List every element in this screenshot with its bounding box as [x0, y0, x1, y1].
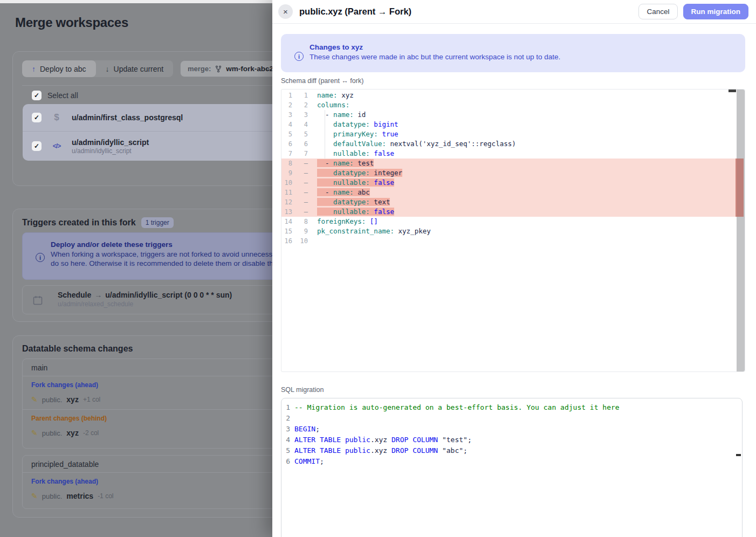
line-number: 2	[281, 100, 292, 110]
line-number: 3	[292, 110, 308, 120]
line-number: 5	[281, 445, 290, 456]
schedule-target: u/admin/idyllic_script (0 0 0 * * sun)	[105, 291, 232, 299]
check-icon: ✓	[34, 142, 39, 150]
line-number: –	[292, 178, 308, 188]
pencil-icon: ✎	[31, 429, 38, 437]
tab-update-label: Update current	[114, 65, 164, 73]
diff-line: 11name: xyz	[281, 91, 745, 100]
diff-line: 1610	[281, 236, 745, 246]
schema-name: public.	[42, 396, 63, 404]
sql-migration-label: SQL migration	[281, 386, 324, 394]
diff-scrollbar[interactable]	[737, 90, 745, 371]
screen: Merge workspaces ↑ Deploy to abc ↓ Updat…	[0, 0, 756, 537]
line-number: 13	[281, 207, 292, 217]
sql-line: 2	[281, 413, 742, 424]
line-number: 2	[281, 413, 290, 424]
item-title: u/admin/idyllic_script	[72, 138, 149, 147]
line-number: –	[292, 188, 308, 197]
arrow-right-icon: →	[91, 291, 105, 299]
tab-deploy-label: Deploy to abc	[40, 65, 86, 73]
schema-diff-editor[interactable]: 11name: xyz22columns:33 - name: id44 dat…	[281, 89, 745, 372]
line-number: –	[292, 207, 308, 217]
item-checkbox[interactable]: ✓	[32, 141, 42, 151]
triggers-info-line: When forking a workspace, triggers are n…	[51, 250, 285, 259]
table-name: xyz	[66, 429, 79, 437]
triggers-info-line: do so here. Otherwise it is recommended …	[51, 259, 285, 268]
cursor-mark	[736, 454, 741, 456]
close-button[interactable]: ×	[278, 4, 293, 19]
schema-diff-label: Schema diff (parent ↔ fork)	[281, 77, 363, 85]
changes-info-banner: i Changes to xyz These changes were made…	[281, 34, 745, 72]
table-name: metrics	[66, 492, 93, 500]
line-number: 16	[281, 236, 292, 246]
schema-name: public.	[42, 429, 63, 437]
column-delta: +1 col	[83, 396, 100, 403]
select-all-row: ✓ Select all	[32, 91, 78, 100]
merge-label: merge:	[188, 65, 211, 73]
arrow-up-icon: ↑	[32, 65, 36, 73]
diff-line-deleted: 8– - name: test	[281, 159, 745, 168]
schedule-label: Schedule	[58, 291, 91, 299]
line-number: –	[292, 159, 308, 168]
select-all-checkbox[interactable]: ✓	[32, 91, 42, 100]
pencil-icon: ✎	[31, 492, 38, 500]
schema-name: public.	[42, 492, 63, 500]
line-number: 12	[281, 197, 292, 207]
triggers-title: Triggers created in this fork	[22, 218, 136, 228]
line-number: 1	[292, 91, 308, 100]
line-number: 2	[292, 100, 308, 110]
tab-update-current[interactable]: ↓ Update current	[96, 60, 174, 77]
line-number: 4	[281, 435, 290, 445]
line-number: 11	[281, 188, 292, 197]
line-number: 6	[281, 139, 292, 149]
diff-line: 33 - name: id	[281, 110, 745, 120]
line-number: 6	[292, 139, 308, 149]
page-title: Merge workspaces	[15, 15, 128, 30]
datatable-title: Datatable schema changes	[22, 344, 133, 354]
sql-line: 5ALTER TABLE public.xyz DROP COLUMN "abc…	[281, 445, 742, 456]
drawer-header: × public.xyz (Parent → Fork) Cancel Run …	[272, 0, 756, 24]
overview-ruler-cursor-mark	[728, 90, 736, 92]
column-delta: -2 col	[83, 429, 99, 437]
git-fork-icon	[215, 65, 222, 73]
banner-body: These changes were made in abc but the c…	[310, 53, 560, 61]
line-number: 6	[281, 456, 290, 467]
line-number: 10	[292, 236, 308, 246]
line-number: 7	[281, 149, 292, 159]
code-icon: </>	[53, 142, 60, 150]
line-number: 15	[281, 226, 292, 236]
diff-line-deleted: 11– - name: abc	[281, 188, 745, 197]
line-number: 14	[281, 217, 292, 226]
line-number: 3	[281, 110, 292, 120]
diff-line-deleted: 9– datatype: integer	[281, 168, 745, 178]
tab-deploy-to-abc[interactable]: ↑ Deploy to abc	[22, 60, 96, 77]
diff-line: 55 primaryKey: true	[281, 129, 745, 139]
line-number: 9	[281, 168, 292, 178]
line-number: 7	[292, 149, 308, 159]
line-number: –	[292, 168, 308, 178]
line-number: 5	[292, 129, 308, 139]
banner-title: Changes to xyz	[310, 43, 560, 51]
diff-line-deleted: 12– datatype: text	[281, 197, 745, 207]
item-checkbox[interactable]: ✓	[32, 113, 42, 122]
direction-toggle: ↑ Deploy to abc ↓ Update current	[22, 60, 173, 77]
sql-migration-editor[interactable]: 1-- Migration is auto-generated on a bes…	[281, 398, 743, 537]
run-migration-button[interactable]: Run migration	[683, 4, 749, 19]
calendar-icon	[32, 295, 43, 306]
triggers-info-title: Deploy and/or delete these triggers	[51, 240, 285, 249]
line-number: 1	[281, 91, 292, 100]
sql-line: 6COMMIT;	[281, 456, 742, 467]
drawer-title: public.xyz (Parent → Fork)	[299, 6, 411, 17]
diff-line-deleted: 13– nullable: false	[281, 207, 745, 217]
item-title: u/admin/first_class_postgresql	[72, 113, 183, 122]
line-number: 8	[292, 217, 308, 226]
overview-ruler-deleted-mark	[736, 159, 744, 217]
sql-line: 3BEGIN;	[281, 424, 742, 435]
cancel-button[interactable]: Cancel	[638, 4, 677, 19]
column-delta: -1 col	[98, 492, 113, 500]
diff-line: 77 nullable: false	[281, 149, 745, 159]
item-subtitle: u/admin/idyllic_script	[72, 147, 149, 155]
migration-drawer: × public.xyz (Parent → Fork) Cancel Run …	[272, 0, 756, 537]
diff-line: 159pk_constraint_name: xyz_pkey	[281, 226, 745, 236]
check-icon: ✓	[34, 92, 39, 99]
